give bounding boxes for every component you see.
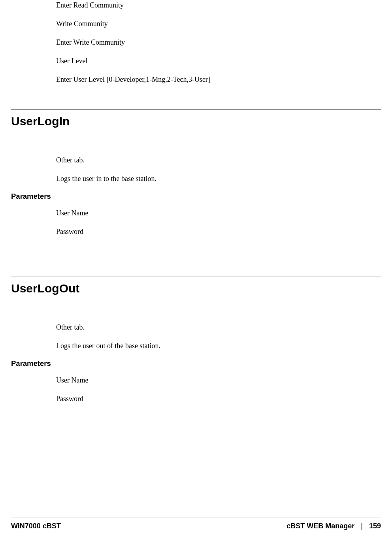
parameters-label: Parameters bbox=[11, 359, 381, 368]
footer-page-number: 159 bbox=[369, 522, 381, 530]
section-userlogout: UserLogOut Other tab. Logs the user out … bbox=[11, 282, 381, 404]
body-line: Enter Read Community bbox=[56, 0, 381, 11]
body-line: User Level bbox=[56, 56, 381, 66]
param-line: Password bbox=[56, 394, 381, 404]
param-line: User Name bbox=[56, 375, 381, 386]
body-line: Other tab. bbox=[56, 155, 381, 166]
section-heading-userlogin: UserLogIn bbox=[11, 115, 381, 128]
body-line: Other tab. bbox=[56, 322, 381, 333]
parameters-label: Parameters bbox=[11, 192, 381, 201]
section-divider bbox=[11, 109, 381, 110]
section-userlogin: UserLogIn Other tab. Logs the user in to… bbox=[11, 115, 381, 237]
top-section: Enter Read Community Write Community Ent… bbox=[11, 0, 381, 85]
section-divider bbox=[11, 277, 381, 277]
body-line: Write Community bbox=[56, 19, 381, 29]
body-line: Logs the user in to the base station. bbox=[56, 173, 381, 184]
param-line: User Name bbox=[56, 208, 381, 219]
body-line: Enter User Level [0-Developer,1-Mng,2-Te… bbox=[56, 74, 381, 85]
body-line: Enter Write Community bbox=[56, 37, 381, 48]
footer-title: cBST WEB Manager bbox=[286, 522, 354, 530]
footer-right: cBST WEB Manager | 159 bbox=[286, 522, 381, 530]
body-line: Logs the user out of the base station. bbox=[56, 341, 381, 351]
param-line: Password bbox=[56, 226, 381, 237]
section-heading-userlogout: UserLogOut bbox=[11, 282, 381, 295]
spacer bbox=[11, 245, 381, 277]
footer-left: WiN7000 cBST bbox=[11, 522, 61, 530]
footer-divider bbox=[11, 518, 381, 518]
footer-separator: | bbox=[361, 522, 363, 530]
page-footer: WiN7000 cBST cBST WEB Manager | 159 bbox=[11, 518, 381, 530]
